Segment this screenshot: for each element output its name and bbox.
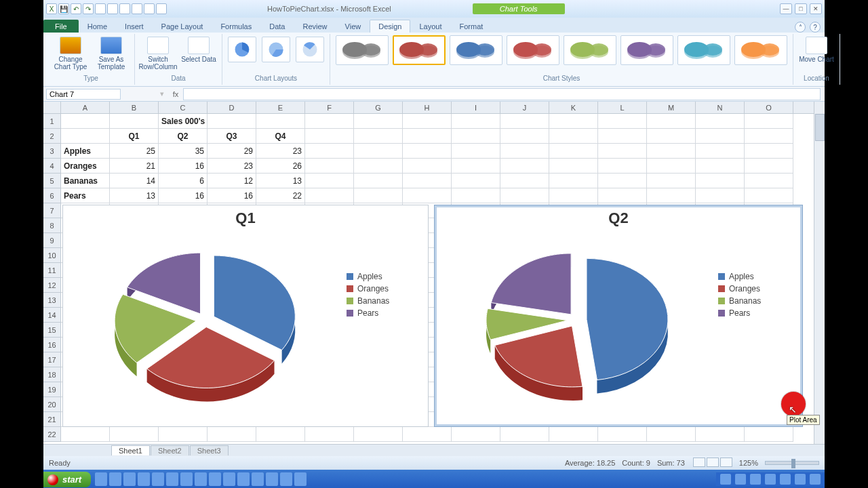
cell[interactable] — [549, 188, 598, 203]
cell[interactable] — [696, 114, 745, 129]
cell[interactable]: 12 — [208, 174, 256, 188]
column-header[interactable]: L — [598, 102, 647, 113]
vertical-scrollbar[interactable] — [814, 102, 825, 444]
cell[interactable] — [354, 144, 403, 159]
cell[interactable] — [403, 114, 452, 129]
cell[interactable]: 14 — [110, 174, 159, 188]
tab-data[interactable]: Data — [260, 20, 294, 33]
cell[interactable] — [354, 427, 403, 442]
column-header[interactable]: I — [452, 102, 500, 113]
row-header[interactable]: 17 — [43, 352, 61, 367]
cell[interactable] — [354, 129, 403, 144]
column-header[interactable]: F — [305, 102, 354, 113]
tab-review[interactable]: Review — [294, 20, 336, 33]
cell[interactable] — [305, 144, 354, 159]
cell[interactable] — [452, 427, 500, 442]
tray-icon[interactable] — [780, 474, 791, 485]
cell[interactable] — [110, 427, 159, 442]
cell[interactable]: 25 — [110, 144, 159, 159]
row-header[interactable]: 1 — [43, 114, 61, 129]
cell[interactable] — [305, 114, 354, 129]
row-header[interactable]: 2 — [43, 129, 61, 144]
cell[interactable] — [403, 159, 452, 174]
cell[interactable]: 13 — [256, 174, 305, 188]
cell[interactable] — [696, 188, 745, 203]
tab-format[interactable]: Format — [450, 20, 492, 33]
cell[interactable]: 26 — [256, 159, 305, 174]
taskbar-icon[interactable] — [95, 472, 107, 486]
row-header[interactable]: 14 — [43, 308, 61, 323]
qat-icon[interactable] — [95, 3, 106, 14]
formula-input[interactable] — [183, 88, 821, 100]
cell[interactable] — [208, 427, 256, 442]
chart-style-thumb[interactable] — [734, 35, 787, 65]
maximize-button[interactable]: □ — [795, 3, 807, 14]
cell[interactable] — [647, 114, 696, 129]
row-header[interactable]: 6 — [43, 188, 61, 203]
row-header[interactable]: 7 — [43, 203, 61, 218]
cell[interactable] — [549, 129, 598, 144]
cell[interactable] — [452, 114, 500, 129]
cell[interactable] — [500, 188, 549, 203]
worksheet-grid[interactable]: ABCDEFGHIJKLMNO 1Sales 000's2Q1Q2Q3Q43Ap… — [43, 102, 825, 444]
tab-insert[interactable]: Insert — [116, 20, 153, 33]
chart-style-thumb[interactable] — [393, 35, 446, 65]
cell[interactable]: 29 — [208, 144, 256, 159]
cell[interactable] — [549, 159, 598, 174]
undo-icon[interactable]: ↶ — [71, 3, 81, 14]
cell[interactable] — [354, 174, 403, 188]
taskbar-icon[interactable] — [252, 472, 264, 486]
cell[interactable]: 16 — [159, 188, 208, 203]
row-header[interactable]: 5 — [43, 174, 61, 188]
cell[interactable] — [647, 174, 696, 188]
change-chart-type-button[interactable]: Change Chart Type — [53, 37, 88, 70]
cell[interactable]: Q2 — [159, 129, 208, 144]
save-as-template-button[interactable]: Save As Template — [94, 37, 129, 70]
redo-icon[interactable]: ↷ — [83, 3, 94, 14]
cell[interactable] — [500, 114, 549, 129]
cell[interactable] — [403, 427, 452, 442]
cell[interactable]: 13 — [110, 188, 159, 203]
cell[interactable] — [696, 129, 745, 144]
taskbar-icon[interactable] — [166, 472, 178, 486]
cell[interactable] — [61, 114, 110, 129]
cell[interactable] — [403, 144, 452, 159]
row-header[interactable]: 3 — [43, 144, 61, 159]
cell[interactable]: Apples — [61, 144, 110, 159]
row-header[interactable]: 19 — [43, 382, 61, 397]
zoom-slider[interactable] — [765, 461, 819, 465]
column-header[interactable]: J — [500, 102, 549, 113]
chart-style-thumb[interactable] — [677, 35, 730, 65]
tray-icon[interactable] — [720, 474, 731, 485]
switch-row-column-button[interactable]: Switch Row/Column — [140, 37, 176, 70]
cell[interactable] — [745, 114, 793, 129]
cell[interactable] — [452, 188, 500, 203]
cell[interactable] — [305, 174, 354, 188]
cell[interactable] — [354, 159, 403, 174]
cell[interactable] — [110, 114, 159, 129]
column-header[interactable]: C — [159, 102, 208, 113]
cell[interactable] — [647, 188, 696, 203]
chart-style-thumb[interactable] — [620, 35, 673, 65]
tab-page-layout[interactable]: Page Layout — [153, 20, 212, 33]
chart-layout-1[interactable] — [228, 37, 256, 62]
sheet-tab-3[interactable]: Sheet3 — [190, 445, 229, 455]
tab-formulas[interactable]: Formulas — [212, 20, 260, 33]
cell[interactable]: Pears — [61, 188, 110, 203]
column-header[interactable]: E — [256, 102, 305, 113]
chart-style-thumb[interactable] — [450, 35, 502, 65]
row-header[interactable]: 4 — [43, 159, 61, 174]
cell[interactable] — [696, 159, 745, 174]
cell[interactable] — [598, 129, 647, 144]
cell[interactable] — [500, 129, 549, 144]
cell[interactable] — [745, 144, 793, 159]
tray-icon[interactable] — [810, 474, 821, 485]
cell[interactable] — [305, 159, 354, 174]
tab-view[interactable]: View — [336, 20, 370, 33]
taskbar-icon[interactable] — [138, 472, 150, 486]
cell[interactable] — [452, 159, 500, 174]
cell[interactable] — [549, 144, 598, 159]
tray-icon[interactable] — [765, 474, 776, 485]
taskbar-icon[interactable] — [152, 472, 164, 486]
cell[interactable] — [647, 144, 696, 159]
